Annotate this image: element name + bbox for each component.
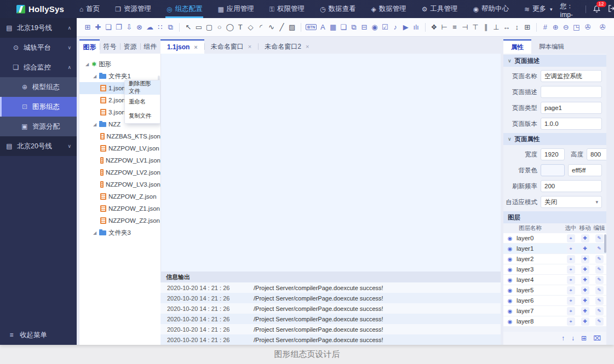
circle-tool-icon[interactable]: ○ [215, 21, 224, 33]
grid-toggle-icon[interactable]: # [541, 21, 549, 33]
close-icon[interactable]: × [194, 44, 197, 50]
move-layer-icon[interactable]: ✚ [581, 307, 589, 315]
page-desc-input[interactable] [541, 86, 602, 98]
bg-color-input[interactable] [568, 164, 602, 176]
eye-icon[interactable]: ◉ [503, 298, 517, 304]
save-icon[interactable]: ✇ [582, 21, 594, 33]
zoom-in-icon[interactable]: ⊕ [551, 21, 560, 33]
eye-icon[interactable]: ◉ [503, 246, 517, 252]
nav-permission-mgmt[interactable]: ⚿权限管理 [262, 0, 312, 18]
edit-layer-icon[interactable]: ✎ [595, 234, 604, 242]
eye-icon[interactable]: ◉ [503, 308, 517, 314]
nav-home[interactable]: ⌂首页 [72, 0, 107, 18]
layer-up-icon[interactable]: ↑ [561, 334, 565, 342]
nav-data-mgmt[interactable]: ◈数据管理 [363, 0, 414, 18]
select-layer-icon[interactable]: ⌖ [567, 245, 575, 253]
distribute-vertical-icon[interactable]: ↕ [513, 21, 521, 33]
doc-tab-11json[interactable]: 1.1json× [160, 39, 204, 54]
sidebar-item-graphic-config[interactable]: ⊡图形组态 [0, 97, 77, 117]
layers-scrollbar[interactable] [604, 234, 606, 253]
eye-icon[interactable]: ◉ [503, 267, 517, 273]
edit-layer-icon[interactable]: ✎ [595, 286, 604, 294]
select-layer-icon[interactable]: ⌖ [567, 255, 575, 263]
tab-symbols[interactable]: 符号 [100, 39, 120, 54]
tree-node-root[interactable]: ◢✱图形 [79, 58, 160, 70]
width-input[interactable] [541, 148, 565, 160]
sidebar-item-platform[interactable]: ⊙城轨平台∨ [0, 38, 77, 57]
page-version-input[interactable] [541, 118, 602, 130]
eye-icon[interactable]: ◉ [503, 277, 517, 283]
align-middle-icon[interactable]: ∥ [481, 21, 490, 33]
layers-widget-icon[interactable]: ⊟ [360, 21, 369, 33]
layer-delete-icon[interactable]: ⌧ [593, 334, 601, 342]
move-layer-icon[interactable]: ✚ [581, 255, 589, 263]
context-menu-delete-file[interactable]: 删除图形文件 [125, 80, 160, 95]
page-type-input[interactable] [541, 102, 602, 114]
nav-config[interactable]: ◎组态配置 [159, 0, 210, 18]
tab-graphics[interactable]: 图形 [79, 39, 100, 54]
move-layer-icon[interactable]: ✚ [581, 317, 589, 326]
section-page-properties[interactable]: ∨页面属性 [503, 133, 606, 145]
sidebar-item-line20[interactable]: ▤北京20号线∨ [0, 136, 77, 156]
select-layer-icon[interactable]: ⌖ [567, 297, 575, 305]
edit-layer-icon[interactable]: ✎ [595, 245, 604, 253]
move-layer-icon[interactable]: ✚ [581, 276, 589, 284]
select-layer-icon[interactable]: ⌖ [567, 234, 575, 242]
nav-help-center[interactable]: ◉帮助中心 [465, 0, 516, 18]
tab-resources[interactable]: 资源 [120, 39, 140, 54]
tree-node-nzzpow-lv[interactable]: NZZPOW_LV.json [79, 142, 160, 154]
tree-node-nzzpow-lv3[interactable]: NZZPOW_LV3.json [79, 178, 160, 190]
nav-data-view[interactable]: ◷数据查看 [312, 0, 363, 18]
edit-layer-icon[interactable]: ✎ [595, 265, 604, 274]
tab-components[interactable]: 组件 [140, 39, 160, 54]
text-tool-icon[interactable]: T [236, 21, 245, 33]
sidebar-item-line19[interactable]: ▤北京19号线∧ [0, 18, 77, 38]
tab-attributes[interactable]: 属性 [503, 39, 531, 54]
zoom-out-icon[interactable]: ⊖ [561, 21, 570, 33]
tree-node-nzzbas-kts[interactable]: NZZBAS_KTS.json [79, 130, 160, 142]
duplicate-widget-icon[interactable]: ⧉ [349, 21, 358, 33]
select-layer-icon[interactable]: ⌖ [567, 286, 575, 294]
cloud-publish-icon[interactable]: ☁ [146, 21, 154, 33]
section-page-description[interactable]: ∨页面描述 [503, 55, 606, 67]
logout-icon[interactable] [607, 4, 614, 14]
eye-icon[interactable]: ◉ [503, 235, 517, 241]
edit-layer-icon[interactable]: ✎ [595, 297, 604, 305]
notification-bell-icon[interactable]: 12 [593, 5, 601, 13]
table-widget-icon[interactable]: ▦ [329, 21, 337, 33]
move-layer-icon[interactable]: ✚ [581, 286, 589, 294]
components-icon[interactable]: ∷ [156, 21, 164, 33]
arc-tool-icon[interactable]: ◜ [257, 21, 266, 33]
marquee-icon[interactable]: ◳ [572, 21, 581, 33]
tree-node-nzzpow-z[interactable]: NZZPOW_Z.json [79, 190, 160, 203]
select-cursor-icon[interactable]: ↖ [184, 21, 193, 33]
line-tool-icon[interactable]: ╱ [277, 21, 286, 33]
sidebar-item-resource-assign[interactable]: ▣资源分配 [0, 117, 77, 136]
curve-tool-icon[interactable]: ∿ [267, 21, 276, 33]
layer-add-icon[interactable]: ⊞ [581, 334, 587, 342]
save-as-icon[interactable]: ❐ [114, 21, 123, 33]
align-right-icon[interactable]: ⊣ [461, 21, 469, 33]
tab-script-edit[interactable]: 脚本编辑 [531, 39, 572, 54]
page-name-input[interactable] [541, 70, 602, 82]
edit-layer-icon[interactable]: ✎ [595, 317, 604, 326]
new-file-icon[interactable]: ✚ [94, 21, 102, 33]
distribute-horizontal-icon[interactable]: ↔ [502, 21, 511, 33]
audio-widget-icon[interactable]: ♪ [391, 21, 400, 33]
select-layer-icon[interactable]: ⌖ [567, 317, 575, 326]
rectangle-tool-icon[interactable]: ▭ [194, 21, 203, 33]
move-layer-icon[interactable]: ✚ [581, 297, 589, 305]
tree-node-folder3[interactable]: ◢文件夹3 [79, 227, 160, 239]
ellipse-tool-icon[interactable]: ◯ [226, 21, 234, 33]
layer-down-icon[interactable]: ↓ [571, 334, 575, 342]
chart-widget-icon[interactable]: ılı [412, 21, 421, 33]
align-center-icon[interactable]: ≡ [450, 21, 459, 33]
eye-icon[interactable]: ◉ [503, 287, 517, 293]
edit-layer-icon[interactable]: ✎ [595, 255, 604, 263]
save-all-icon[interactable]: ✇ [597, 21, 609, 33]
context-menu-rename[interactable]: 重命名 [125, 95, 160, 109]
video-widget-icon[interactable]: ▶ [401, 21, 410, 33]
eye-icon[interactable]: ◉ [503, 256, 517, 262]
move-layer-icon[interactable]: ✚ [581, 234, 589, 242]
label-widget-icon[interactable]: A [318, 21, 327, 33]
